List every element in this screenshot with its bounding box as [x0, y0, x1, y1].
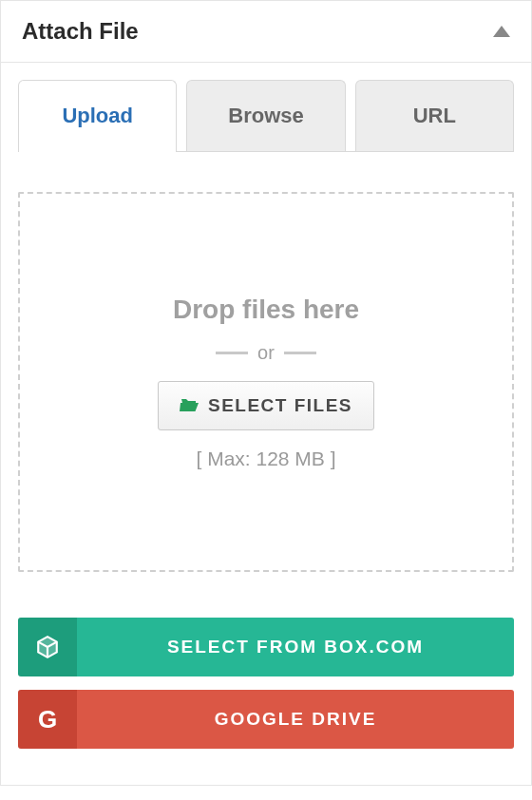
tab-url[interactable]: URL [355, 80, 514, 151]
google-drive-provider-label: GOOGLE DRIVE [77, 690, 514, 749]
tab-upload[interactable]: Upload [18, 80, 177, 152]
google-icon: G [18, 690, 77, 749]
google-drive-provider-button[interactable]: G GOOGLE DRIVE [18, 690, 514, 749]
panel-header[interactable]: Attach File [1, 1, 531, 63]
select-files-button[interactable]: SELECT FILES [158, 381, 374, 430]
box-provider-label: SELECT FROM BOX.COM [77, 618, 514, 676]
google-g-letter: G [38, 705, 57, 734]
divider-line [216, 352, 248, 354]
box-provider-button[interactable]: SELECT FROM BOX.COM [18, 618, 514, 676]
panel-title: Attach File [22, 18, 139, 45]
attach-file-panel: Attach File Upload Browse URL Drop files… [0, 0, 532, 786]
box-icon [18, 618, 77, 676]
drop-files-text: Drop files here [173, 295, 359, 325]
panel-body: Upload Browse URL Drop files here or SEL… [1, 63, 531, 785]
or-divider: or [216, 342, 316, 364]
tabs: Upload Browse URL [18, 80, 514, 152]
select-files-label: SELECT FILES [208, 395, 352, 416]
collapse-icon[interactable] [493, 26, 510, 37]
file-dropzone[interactable]: Drop files here or SELECT FILES [ Max: 1… [18, 192, 514, 572]
folder-open-icon [180, 396, 199, 415]
max-size-text: [ Max: 128 MB ] [196, 448, 335, 470]
or-text: or [257, 342, 275, 364]
tab-browse[interactable]: Browse [186, 80, 345, 151]
divider-line [284, 352, 316, 354]
